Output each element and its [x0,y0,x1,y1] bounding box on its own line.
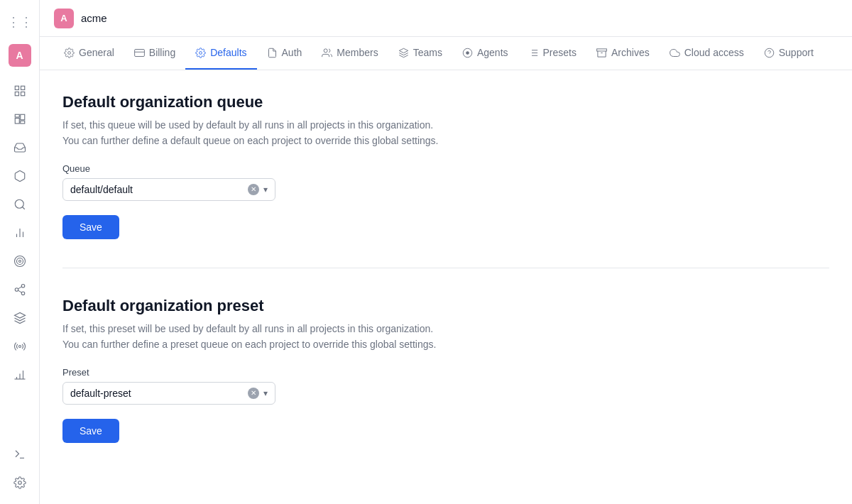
sidebar-item-cube[interactable] [7,163,33,189]
svg-rect-7 [20,121,24,124]
svg-line-20 [18,287,21,289]
svg-line-19 [18,290,21,292]
tab-teams[interactable]: Teams [388,37,452,70]
svg-rect-0 [15,86,18,89]
sidebar-item-settings[interactable] [7,470,33,495]
svg-point-15 [18,261,21,263]
sidebar-menu-icon[interactable]: ⋮⋮ [1,9,38,35]
sidebar-item-layout[interactable] [7,78,33,104]
preset-chevron-icon: ▾ [263,388,268,398]
svg-point-33 [324,48,327,52]
queue-select-actions: ✕ ▾ [248,184,268,195]
sidebar-item-inbox[interactable] [7,135,33,160]
queue-section-desc: If set, this queue will be used by defau… [62,117,829,149]
svg-rect-3 [21,92,24,96]
tab-billing[interactable]: Billing [124,37,185,70]
sidebar-item-radio[interactable] [7,334,33,359]
svg-point-13 [14,256,25,267]
sidebar-item-terminal[interactable] [7,442,33,467]
queue-select-value: default/default [70,184,248,195]
sidebar-item-flow[interactable] [7,277,33,302]
svg-point-28 [18,481,21,485]
sidebar-item-target[interactable] [7,248,33,274]
preset-save-button[interactable]: Save [62,419,119,443]
preset-select-wrapper: default-preset ✕ ▾ [62,382,275,405]
tab-general[interactable]: General [54,37,124,70]
queue-select-wrapper: default/default ✕ ▾ [62,178,275,201]
svg-point-18 [21,292,25,295]
sidebar-item-search[interactable] [7,192,33,217]
svg-rect-6 [15,119,19,124]
sidebar-avatar[interactable]: A [9,44,31,67]
main-content: A acme General Billing Defaults Auth Mem… [40,0,852,504]
sidebar: ⋮⋮ A [0,0,40,504]
svg-point-8 [15,199,23,208]
svg-point-17 [15,288,18,292]
queue-save-button[interactable]: Save [62,215,119,239]
sidebar-item-dashboard[interactable] [7,106,33,132]
svg-point-16 [21,285,25,288]
queue-clear-button[interactable]: ✕ [248,184,259,195]
svg-rect-4 [15,114,19,117]
nav-tabs: General Billing Defaults Auth Members Te… [40,37,852,70]
svg-line-9 [22,207,24,209]
svg-rect-42 [597,48,607,50]
tab-archives[interactable]: Archives [586,37,660,70]
page-content: Default organization queue If set, this … [40,70,852,504]
tab-agents[interactable]: Agents [452,37,518,70]
tab-cloud-access[interactable]: Cloud access [660,37,754,70]
sidebar-item-chart[interactable] [7,220,33,246]
svg-point-29 [68,51,71,54]
queue-section: Default organization queue If set, this … [62,93,829,239]
sidebar-item-layers[interactable] [7,305,33,331]
svg-point-22 [18,346,21,348]
top-header: A acme [40,0,852,37]
svg-rect-1 [21,86,24,89]
preset-select-value: default-preset [70,388,248,399]
preset-field-label: Preset [62,367,829,378]
svg-rect-5 [20,114,24,120]
svg-point-35 [466,51,469,54]
preset-section-title: Default organization preset [62,297,829,315]
tab-auth[interactable]: Auth [257,37,312,70]
queue-field-label: Queue [62,163,829,174]
queue-chevron-icon: ▾ [263,185,268,195]
preset-select-actions: ✕ ▾ [248,388,268,399]
tab-members[interactable]: Members [312,37,388,70]
tab-support[interactable]: Support [754,37,824,70]
svg-rect-30 [134,49,144,56]
preset-section-desc: If set, this preset will be used by defa… [62,321,829,353]
tab-defaults[interactable]: Defaults [185,37,256,70]
tab-presets[interactable]: Presets [518,37,586,70]
svg-point-44 [765,48,774,57]
preset-select[interactable]: default-preset ✕ ▾ [62,382,275,405]
preset-section: Default organization preset If set, this… [62,268,829,443]
sidebar-item-bar-chart[interactable] [7,362,33,388]
svg-rect-2 [15,92,18,96]
org-name: acme [81,12,107,24]
queue-select[interactable]: default/default ✕ ▾ [62,178,275,201]
svg-point-32 [200,51,202,54]
svg-point-14 [16,258,23,265]
svg-marker-21 [14,313,25,319]
org-avatar: A [54,9,74,28]
preset-clear-button[interactable]: ✕ [248,388,259,399]
queue-section-title: Default organization queue [62,93,829,111]
